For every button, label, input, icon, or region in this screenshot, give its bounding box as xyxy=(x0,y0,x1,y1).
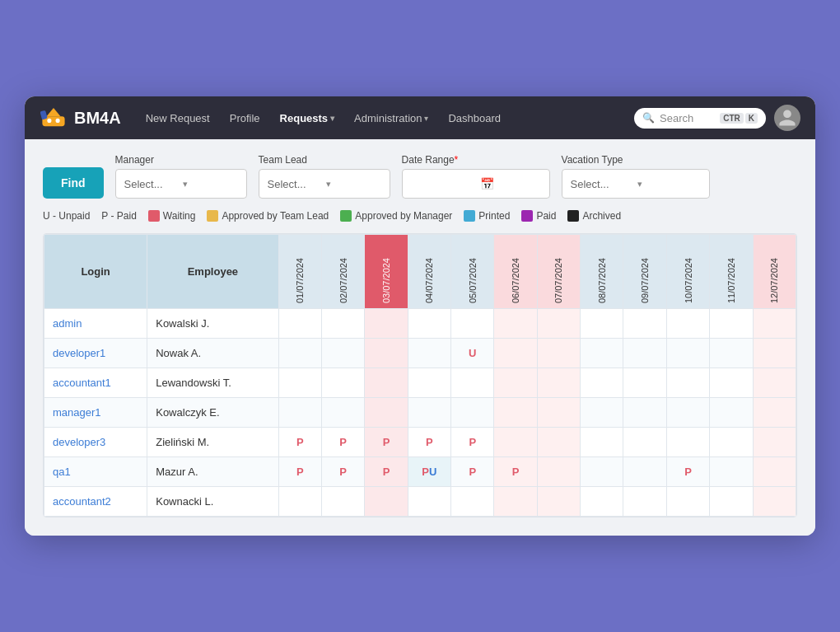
cell-4-3[interactable]: P xyxy=(408,428,450,457)
login-admin[interactable]: admin xyxy=(44,309,147,339)
nav-requests[interactable]: Requests ▾ xyxy=(278,109,337,128)
cell-3-8 xyxy=(623,398,666,428)
cell-6-2 xyxy=(365,487,408,517)
search-box[interactable]: 🔍 Search CTR K xyxy=(634,108,766,129)
waiting-dot xyxy=(148,210,160,222)
employee-4: Zieliński M. xyxy=(147,428,278,457)
cell-5-4[interactable]: P xyxy=(451,457,494,487)
cell-2-1 xyxy=(321,368,364,398)
cell-3-6 xyxy=(537,398,580,428)
cell-4-2[interactable]: P xyxy=(365,428,408,457)
table-row: developer1Nowak A.U xyxy=(44,339,796,368)
cell-5-10 xyxy=(710,457,753,487)
cell-5-2[interactable]: P xyxy=(365,457,408,487)
date-header-4: 05/07/2024 xyxy=(451,235,494,309)
nav-profile[interactable]: Profile xyxy=(228,109,262,128)
vactype-filter-group: Vacation Type Select... ▾ xyxy=(562,154,710,199)
teamlead-chevron-icon: ▾ xyxy=(326,179,381,190)
employee-2: Lewandowski T. xyxy=(147,368,278,398)
date-header-0: 01/07/2024 xyxy=(278,235,321,309)
login-manager1[interactable]: manager1 xyxy=(44,398,147,428)
cell-6-7 xyxy=(581,487,623,517)
approved-manager-dot xyxy=(340,210,352,222)
nav-new-request[interactable]: New Request xyxy=(144,109,212,128)
brand-name: BM4A xyxy=(74,109,121,128)
cell-4-0[interactable]: P xyxy=(278,428,321,457)
cell-1-1 xyxy=(321,339,364,368)
cell-0-6 xyxy=(537,309,580,339)
search-icon: 🔍 xyxy=(642,112,655,124)
teamlead-select[interactable]: Select... ▾ xyxy=(259,169,390,199)
cell-1-4[interactable]: U xyxy=(451,339,494,368)
find-button[interactable]: Find xyxy=(43,167,104,199)
daterange-label: Date Range* xyxy=(402,154,550,166)
legend: U - Unpaid P - Paid Waiting Approved by … xyxy=(43,210,797,222)
nav-administration[interactable]: Administration ▾ xyxy=(352,109,430,128)
cell-4-4[interactable]: P xyxy=(451,428,494,457)
legend-waiting: Waiting xyxy=(148,210,196,222)
cell-0-9 xyxy=(666,309,709,339)
cell-6-3 xyxy=(408,487,450,517)
cell-0-1 xyxy=(321,309,364,339)
cell-3-0 xyxy=(278,398,321,428)
approved-teamlead-dot xyxy=(207,210,218,222)
cell-5-1[interactable]: P xyxy=(321,457,364,487)
cell-0-0 xyxy=(278,309,321,339)
cell-5-3[interactable]: PU xyxy=(408,457,450,487)
cell-1-9 xyxy=(666,339,709,368)
legend-approved-teamlead: Approved by Team Lead xyxy=(207,210,329,222)
nav-dashboard[interactable]: Dashboard xyxy=(446,109,502,128)
user-avatar[interactable] xyxy=(774,105,800,131)
cell-0-5 xyxy=(494,309,537,339)
date-header-2: 03/07/2024 xyxy=(365,235,408,309)
vactype-label: Vacation Type xyxy=(562,154,710,166)
manager-filter-group: Manager Select... ▾ xyxy=(115,154,247,199)
cell-5-0[interactable]: P xyxy=(278,457,321,487)
cell-3-11 xyxy=(753,398,796,428)
cell-4-5 xyxy=(494,428,537,457)
employee-0: Kowalski J. xyxy=(147,309,278,339)
svg-marker-1 xyxy=(47,108,61,116)
login-accountant2[interactable]: accountant2 xyxy=(44,487,147,517)
date-header-11: 12/07/2024 xyxy=(753,235,796,309)
manager-select[interactable]: Select... ▾ xyxy=(115,169,247,199)
cell-6-1 xyxy=(321,487,364,517)
cell-4-10 xyxy=(710,428,753,457)
cell-6-6 xyxy=(537,487,580,517)
employee-3: Kowalczyk E. xyxy=(147,398,278,428)
cell-4-8 xyxy=(623,428,666,457)
cell-2-2 xyxy=(365,368,408,398)
cell-1-6 xyxy=(537,339,580,368)
cell-2-0 xyxy=(278,368,321,398)
col-login: Login xyxy=(44,235,147,309)
search-shortcut: CTR K xyxy=(720,113,758,124)
employee-5: Mazur A. xyxy=(147,457,278,487)
archived-dot xyxy=(567,210,579,222)
calendar-icon[interactable]: 📅 xyxy=(480,177,494,190)
cell-4-11 xyxy=(753,428,796,457)
date-header-10: 11/07/2024 xyxy=(710,235,753,309)
vactype-select[interactable]: Select... ▾ xyxy=(562,169,710,199)
date-header-5: 06/07/2024 xyxy=(494,235,537,309)
cell-5-5[interactable]: P xyxy=(494,457,537,487)
cell-3-1 xyxy=(321,398,364,428)
col-employee: Employee xyxy=(147,235,278,309)
cell-0-11 xyxy=(753,309,796,339)
date-range-input[interactable]: 📅 xyxy=(402,169,550,199)
login-accountant1[interactable]: accountant1 xyxy=(44,368,147,398)
cell-2-11 xyxy=(753,368,796,398)
login-qa1[interactable]: qa1 xyxy=(44,457,147,487)
login-developer3[interactable]: developer3 xyxy=(44,428,147,457)
cell-5-7 xyxy=(581,457,623,487)
legend-unpaid: U - Unpaid xyxy=(43,210,90,222)
date-header-7: 08/07/2024 xyxy=(581,235,623,309)
date-header-8: 09/07/2024 xyxy=(623,235,666,309)
cell-0-3 xyxy=(408,309,450,339)
cell-5-9[interactable]: P xyxy=(666,457,709,487)
cell-4-9 xyxy=(666,428,709,457)
cell-0-8 xyxy=(623,309,666,339)
cell-4-1[interactable]: P xyxy=(321,428,364,457)
login-developer1[interactable]: developer1 xyxy=(44,339,147,368)
cell-1-3 xyxy=(408,339,450,368)
date-from-field[interactable] xyxy=(409,178,475,190)
